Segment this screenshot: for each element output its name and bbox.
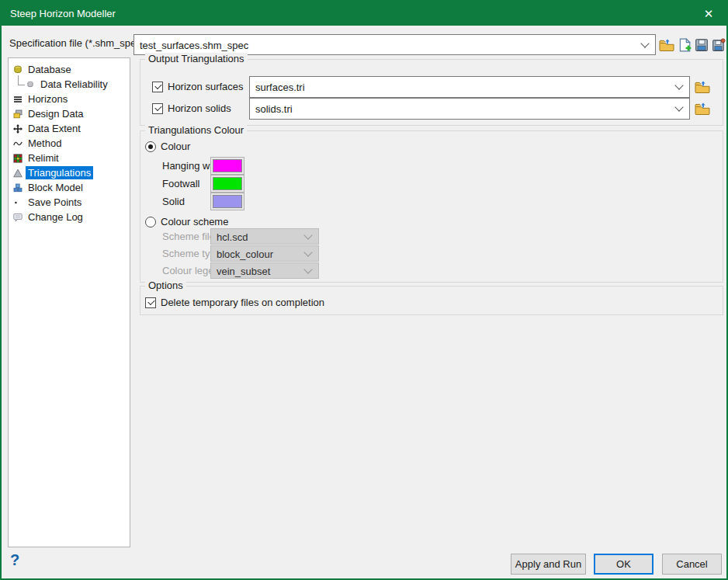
output-triangulations-group: Output Triangulations Horizon surfaces s…	[140, 59, 723, 126]
solid-colour-value	[213, 195, 242, 208]
scheme-file-combobox: hcl.scd	[210, 228, 319, 245]
chevron-down-icon	[674, 81, 683, 89]
block-model-icon	[12, 182, 23, 193]
colour-radio[interactable]	[145, 141, 156, 152]
options-group: Options Delete temporary files on comple…	[140, 286, 723, 315]
apply-and-run-button[interactable]: Apply and Run	[511, 554, 586, 575]
sidebar-item-database[interactable]: Database	[9, 62, 130, 77]
sidebar-item-design-data[interactable]: Design Data	[9, 106, 130, 121]
delete-temp-files-checkbox[interactable]	[145, 297, 156, 308]
horizons-icon	[12, 94, 23, 104]
chevron-down-icon	[303, 248, 312, 256]
chevron-down-icon	[303, 231, 312, 239]
chevron-down-icon	[640, 39, 649, 47]
hanging-wall-colour-value	[213, 159, 242, 172]
horizon-solids-checkbox-row: Horizon solids	[152, 102, 231, 114]
sidebar-item-save-points[interactable]: Save Points	[9, 195, 130, 210]
save-icon	[693, 38, 710, 52]
scheme-file-label: Scheme file	[162, 231, 215, 242]
chevron-down-icon	[674, 102, 683, 111]
horizon-solids-combobox[interactable]: solids.tri	[249, 98, 690, 120]
window-title: Steep Horizon Modeller	[2, 8, 116, 19]
options-title: Options	[145, 280, 186, 291]
design-data-icon	[12, 109, 23, 119]
cancel-button[interactable]: Cancel	[662, 554, 722, 575]
close-button[interactable]: ✕	[691, 2, 726, 26]
open-folder-button[interactable]	[658, 36, 675, 54]
colour-radio-row: Colour	[145, 141, 190, 152]
method-icon	[12, 138, 23, 148]
sidebar-item-relimit[interactable]: Relimit	[9, 151, 130, 165]
scheme-type-combobox: block_colour	[210, 245, 319, 262]
open-folder-icon	[694, 102, 711, 116]
horizon-surfaces-browse-button[interactable]	[694, 78, 711, 96]
hanging-wall-colour-swatch[interactable]	[210, 157, 244, 175]
sidebar-item-method[interactable]: Method	[9, 136, 130, 151]
solid-label: Solid	[162, 196, 185, 207]
change-log-icon	[12, 212, 23, 222]
colour-scheme-radio[interactable]	[145, 217, 156, 227]
sidebar-item-block-model[interactable]: Block Model	[9, 180, 130, 195]
spec-file-label: Specification file (*.shm_spec)	[9, 33, 144, 54]
sidebar-item-data-extent[interactable]: Data Extent	[9, 121, 130, 136]
footwall-colour-value	[213, 177, 242, 190]
spec-file-combobox[interactable]: test_surfaces.shm_spec	[133, 34, 656, 55]
titlebar: Steep Horizon Modeller	[2, 2, 726, 26]
data-extent-icon	[12, 123, 23, 134]
settings-tree: Database Data Reliability Horizons Desig…	[8, 57, 130, 547]
triangulations-colour-title: Triangulations Colour	[145, 124, 247, 136]
horizon-solids-browse-button[interactable]	[694, 100, 711, 117]
save-button[interactable]	[693, 36, 710, 54]
sidebar-item-horizons[interactable]: Horizons	[9, 92, 130, 106]
horizon-surfaces-checkbox-row: Horizon surfaces	[152, 81, 244, 92]
save-as-button[interactable]	[710, 36, 727, 54]
footwall-label: Footwall	[162, 178, 199, 189]
sidebar-item-change-log[interactable]: Change Log	[9, 210, 130, 224]
horizon-surfaces-checkbox[interactable]	[152, 82, 163, 92]
horizon-surfaces-combobox[interactable]: surfaces.tri	[249, 76, 690, 98]
sidebar-item-data-reliability[interactable]: Data Reliability	[9, 77, 130, 92]
triangulations-colour-group: Triangulations Colour Colour Hanging wal…	[140, 130, 723, 283]
horizon-solids-checkbox[interactable]	[152, 103, 163, 114]
solid-colour-swatch[interactable]	[210, 193, 244, 210]
sidebar-item-triangulations[interactable]: Triangulations	[9, 165, 130, 180]
delete-temp-files-row: Delete temporary files on completion	[145, 297, 324, 308]
new-file-icon	[676, 38, 693, 52]
triangulations-icon	[12, 168, 23, 178]
footwall-colour-swatch[interactable]	[210, 175, 244, 193]
colour-scheme-radio-row: Colour scheme	[145, 216, 228, 227]
chevron-down-icon	[303, 265, 312, 273]
save-as-icon	[710, 38, 727, 52]
open-folder-icon	[658, 38, 675, 52]
steep-horizon-modeller-dialog: Steep Horizon Modeller ✕ Specification f…	[0, 0, 728, 580]
tree-connector	[18, 75, 25, 85]
help-button[interactable]: ?	[10, 551, 19, 569]
relimit-icon	[12, 153, 23, 163]
open-folder-icon	[694, 80, 711, 94]
new-spec-file-button[interactable]	[676, 36, 693, 54]
colour-legend-combobox: vein_subset	[210, 262, 319, 279]
database-small-icon	[25, 79, 35, 89]
save-points-icon	[12, 197, 23, 207]
ok-button[interactable]: OK	[594, 554, 653, 575]
database-icon	[12, 64, 23, 75]
output-triangulations-title: Output Triangulations	[145, 53, 248, 64]
spec-file-value: test_surfaces.shm_spec	[140, 39, 248, 50]
